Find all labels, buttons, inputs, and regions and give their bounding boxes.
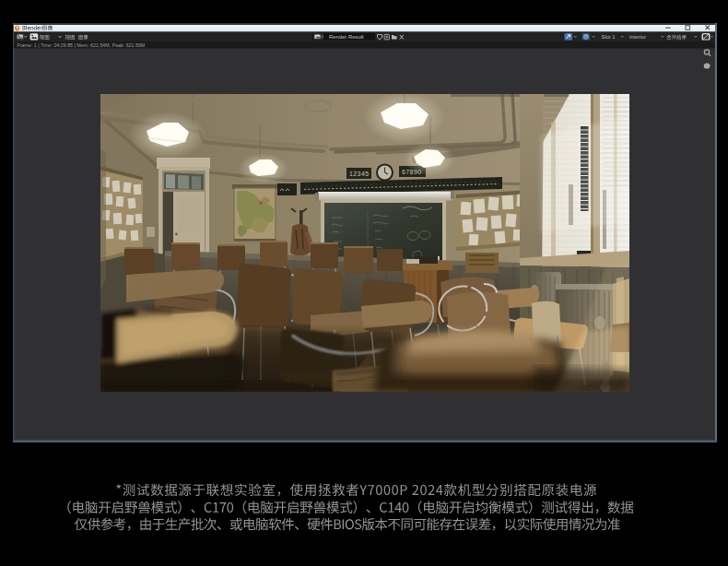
svg-text:Slot 1: Slot 1 xyxy=(602,34,616,40)
svg-text:Render Result: Render Result xyxy=(329,34,364,40)
svg-text:interior: interior xyxy=(629,34,646,40)
svg-text:Frame: 1 | Time: 04:29.85 | Me: Frame: 1 | Time: 04:29.85 | Mem: 621.54M… xyxy=(18,42,146,48)
